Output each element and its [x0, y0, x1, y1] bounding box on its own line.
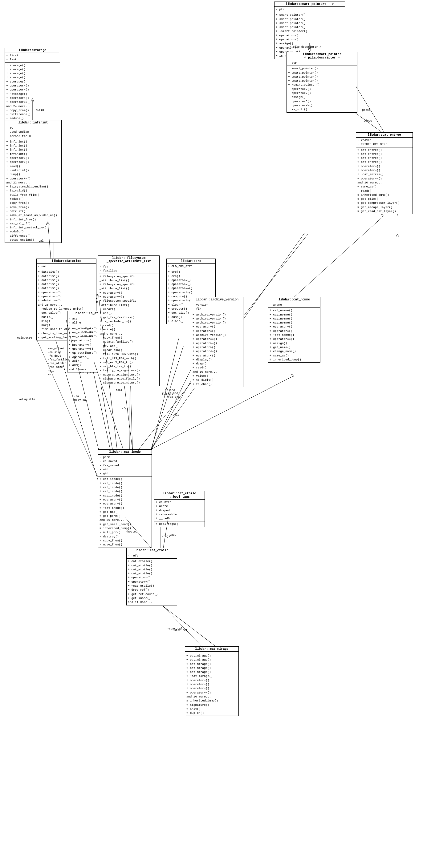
svg-text:-ea_crc: -ea_crc: [163, 389, 175, 392]
svg-text:-ea_crc: -ea_crc: [166, 392, 178, 395]
svg-marker-43: [396, 234, 399, 237]
svg-line-38: [163, 607, 216, 646]
title-smart-pointer-pile: libdar::smart_pointer< pile_descriptor >: [287, 52, 357, 60]
title-cat-inode: libdar::cat_inode: [98, 450, 151, 455]
svg-text:-tags: -tags: [162, 535, 170, 538]
title-storage: libdar::storage: [5, 48, 60, 53]
svg-line-53: [356, 86, 384, 132]
section-nomme-fields: - xname: [269, 302, 320, 308]
section-fsal-methods: + filesystem_specific _attribute_list() …: [98, 274, 159, 386]
section-entree-methods: + cat_entree() + cat_entree() + cat_entr…: [356, 148, 413, 214]
section-inode-methods: + cat_inode() + cat_inode() + cat_inode(…: [98, 476, 151, 547]
section-ptr-T: - ptr: [275, 7, 345, 12]
title-bool-tags: libdar::cat_etoile::bool_tags: [154, 491, 204, 500]
box-cat-entree: libdar::cat_entree - xsaved - ENTREE_CRC…: [356, 132, 413, 214]
box-bool-tags: libdar::cat_etoile::bool_tags + counted …: [154, 491, 205, 527]
title-fsal: libdar::filesystem_specific_attribute_li…: [98, 256, 159, 264]
title-cat-etoile: libdar::cat_etoile: [126, 548, 177, 553]
svg-text:-pdesc: -pdesc: [361, 108, 370, 112]
svg-marker-56: [381, 214, 384, 217]
section-av-methods: + archive_version() + archive_version() …: [191, 312, 243, 387]
section-mirage-methods: + cat_mirage() + cat_mirage() + cat_mira…: [185, 653, 238, 716]
svg-text:-star_ref: -star_ref: [167, 627, 182, 630]
title-cat-mirage: libdar::cat_mirage: [185, 647, 238, 652]
svg-text:-edit: -edit: [171, 413, 179, 416]
svg-text:-etiquette: -etiquette: [19, 398, 35, 401]
svg-text:-fsal: -fsal: [114, 389, 122, 392]
label-pile-descriptor: < pile_descriptor >: [290, 45, 321, 49]
title-infinint: libdar::infinint: [5, 120, 61, 125]
svg-marker-58: [291, 374, 294, 377]
section-av-fields: - version - fix: [191, 302, 243, 312]
section-crc-fields: + OLD_CRC_SIZE: [167, 264, 215, 269]
section-ptr-pile: - ptr: [287, 60, 357, 66]
title-crc: libdar::crc: [167, 259, 215, 264]
box-smart-pointer-T: libdar::smart_pointer< T > - ptr + smart…: [274, 2, 345, 59]
svg-text:-ea_size: -ea_size: [48, 351, 61, 354]
section-fsal-fields: - fsa - families: [98, 264, 159, 274]
section-methods-pile: + smart_pointer() + smart_pointer() + sm…: [287, 66, 357, 112]
svg-text:-fsa_crc: -fsa_crc: [160, 393, 173, 396]
section-nomme-methods: + cat_nomme() + cat_nomme() + cat_nomme(…: [269, 308, 320, 362]
box-infinint: libdar::infinint - TG - used_endian - ze…: [5, 120, 62, 243]
svg-text:-gid: -gid: [48, 369, 55, 372]
box-cat-mirage: libdar::cat_mirage + cat_mirage() + cat_…: [185, 646, 239, 716]
box-fsal: libdar::filesystem_specific_attribute_li…: [98, 255, 160, 386]
box-archive-version: libdar::archive_version - version - fix …: [191, 297, 244, 387]
title-cat-entree: libdar::cat_entree: [356, 133, 413, 137]
section-etoile-methods: + cat_etoile() + cat_etoile() + cat_etoi…: [126, 559, 177, 605]
section-datetime-fields: - uni: [37, 264, 96, 269]
box-smart-pointer-pile: libdar::smart_pointer< pile_descriptor >…: [286, 52, 357, 113]
svg-text:-ea: -ea: [74, 395, 79, 398]
svg-text:-fsa_offset: -fsa_offset: [48, 362, 66, 365]
svg-text:-fsa_crc: -fsa_crc: [166, 396, 179, 399]
svg-line-55: [294, 215, 384, 297]
svg-text:-fsal: -fsal: [122, 407, 130, 410]
box-cat-etoile: libdar::cat_etoile - refs + cat_etoile()…: [126, 548, 177, 606]
section-bool-fields: + counted + wrote + dumped + reduceable …: [154, 500, 204, 521]
title-archive-version: libdar::archive_version: [191, 297, 243, 302]
svg-text:-etiquette: -etiquette: [16, 336, 32, 340]
svg-text:-star_ref: -star_ref: [172, 629, 188, 632]
svg-text:-fsa_families: -fsa_families: [48, 358, 69, 361]
svg-text:-tags: -tags: [168, 533, 176, 536]
title-smart-pointer-T: libdar::smart_pointer< T >: [275, 2, 345, 7]
box-cat-inode: libdar::cat_inode - perm - ea_saved - fs…: [98, 450, 152, 548]
svg-text:-pdesc: -pdesc: [362, 119, 372, 123]
title-cat-nomme: libdar::cat_nomme: [269, 297, 320, 302]
svg-line-88: [163, 607, 202, 646]
svg-text:-ea_offset: -ea_offset: [48, 347, 64, 350]
section-etoile-fields: - refs: [126, 553, 177, 559]
section-bool-methods: + bool_tags(): [154, 521, 204, 527]
section-entree-fields: - xsaved - ENTREE_CRC_SIZE: [356, 137, 413, 148]
svg-text:-empty_ea: -empty_ea: [71, 399, 86, 402]
section-inode-fields: - perm - ea_saved - fsa_saved - uid - gi…: [98, 455, 151, 476]
box-cat-nomme: libdar::cat_nomme - xname + cat_nomme() …: [268, 297, 320, 363]
svg-text:-fs_dev: -fs_dev: [48, 354, 59, 358]
svg-text:-fsa_size: -fsa_size: [48, 366, 63, 369]
svg-text:-uid: -uid: [48, 373, 55, 376]
section-storage-fields: - first - last: [5, 53, 60, 63]
section-infinint-methods: + infinint() + infinint() + infinint() +…: [5, 139, 61, 243]
section-infinint-fields: - TG - used_endian - zeroed_field: [5, 125, 61, 139]
title-datetime: libdar::datetime: [37, 259, 96, 264]
